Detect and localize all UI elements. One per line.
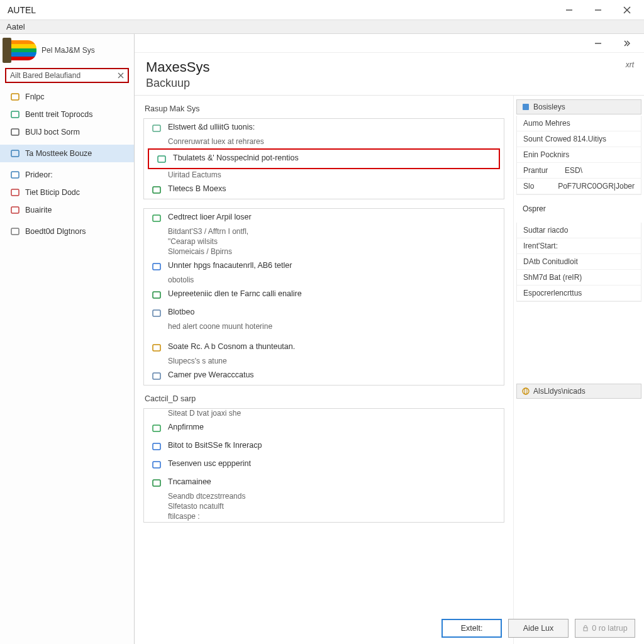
doc-green-icon <box>152 290 162 300</box>
sidebar-item-3[interactable]: Ta Mostteek Bouze <box>0 145 134 162</box>
sidebar-item-label: Fnlpc <box>25 92 45 101</box>
task-label: Bitot to BsitSSe fk Inreracp <box>168 441 262 450</box>
task-item: Siteat D tvat joaxi she <box>144 409 504 419</box>
task-item[interactable]: Cedtrect lioer Arpil loser <box>144 209 504 227</box>
kv-key: Prantur <box>523 166 565 175</box>
task-item: Slfetasto ncatulft <box>144 502 504 512</box>
right-panel-header-1: Bosisleys <box>516 99 641 114</box>
right-panel-item[interactable]: Enin Pocknirs <box>517 147 641 163</box>
right-panel-item[interactable]: SloPoF7URC0OGR|Jober <box>517 179 641 194</box>
task-label: Tesenven usc eppperint <box>168 459 251 468</box>
kv-value: ESD\ <box>565 166 582 175</box>
task-item[interactable]: Anpfirnme <box>144 419 504 437</box>
task-item: Bitdant'S3 / Afftrn I ontfl, <box>144 227 504 237</box>
center-column: Rasup Mak Sys Elstwert &d ulliitG tuonis… <box>135 96 513 644</box>
right-panel-item[interactable]: PranturESD\ <box>517 163 641 179</box>
svg-rect-27 <box>153 480 160 486</box>
square-icon <box>152 185 162 195</box>
right-panel-item[interactable]: DAtb Conitudloit <box>517 254 641 270</box>
shield-icon <box>152 262 162 272</box>
right-panel-item[interactable]: Sount Crowed 814.Uitiys <box>517 131 641 147</box>
kv-value: PoF7URC0OGR|Jober <box>558 182 635 191</box>
task-item[interactable]: Tletecs B Moexs <box>144 180 504 199</box>
folder-icon <box>152 371 162 381</box>
task-label: Unnter hpgs fnacautenrll, AB6 tetler <box>168 261 292 270</box>
right-panel-item[interactable]: Sudtar riacdo <box>517 223 641 238</box>
logo-icon <box>6 40 36 60</box>
clear-search-button[interactable] <box>114 69 128 82</box>
right-panel-title-1: Bosisleys <box>533 103 565 111</box>
right-panel-item[interactable]: Espocrerlencrttus <box>517 286 641 301</box>
task-item[interactable]: Uepreeteniic dlen te Farnc calli enalire <box>144 286 504 304</box>
svg-rect-18 <box>153 215 160 221</box>
task-item: Slomeicais / Bpirns <box>144 247 504 257</box>
svg-rect-23 <box>153 373 160 379</box>
svg-rect-7 <box>11 111 19 118</box>
svg-rect-25 <box>153 443 160 450</box>
task-item[interactable]: Unnter hpgs fnacautenrll, AB6 tetler <box>144 257 504 275</box>
right-panel-item[interactable]: Irent'Start: <box>517 238 641 254</box>
sidebar-nav: FnlpcBentt treit ToprocdsBUlJ boct SormT… <box>0 88 134 240</box>
minimize-button-2[interactable] <box>584 0 613 20</box>
panel-icon <box>522 103 530 111</box>
task-item[interactable]: Blotbeo <box>144 304 504 322</box>
brand-label: Pel MaJ&M Sys <box>42 46 95 55</box>
right-panel-item[interactable]: Aumo Mehres <box>517 116 641 131</box>
svg-point-30 <box>525 388 527 394</box>
task-label: hed alert coone muunt hoterine <box>168 322 272 331</box>
sidebar-item-7[interactable]: Boedt0d Dlgtnors <box>0 223 134 240</box>
sidebar-item-2[interactable]: BUlJ boct Sorm <box>0 123 134 141</box>
table-icon <box>157 154 167 164</box>
page-icon <box>10 127 20 137</box>
inner-next-button[interactable] <box>613 33 641 53</box>
list-icon <box>10 226 20 236</box>
task-item: Uiritad Eactums <box>144 170 504 180</box>
task-group-2: Cedtrect lioer Arpil loserBitdant'S3 / A… <box>143 208 504 386</box>
sidebar: Pel MaJ&M Sys FnlpcBentt treit ToprocdsB… <box>0 34 135 644</box>
inner-minimize-button[interactable] <box>584 33 613 53</box>
task-label: Cedtrect lioer Arpil loser <box>168 213 252 221</box>
svg-rect-17 <box>153 187 160 193</box>
power-icon <box>10 92 20 102</box>
sidebar-item-5[interactable]: Tiet Bticip Dodc <box>0 184 134 201</box>
kv-key: Slo <box>523 182 558 191</box>
grid-icon <box>10 205 20 215</box>
task-item[interactable]: Elstwert &d ulliitG tuonis: <box>144 119 504 137</box>
right-panel-subhead: Osprer <box>516 201 641 216</box>
cloud-icon <box>152 123 162 133</box>
task-item[interactable]: Bitot to BsitSSe fk Inreracp <box>144 437 504 455</box>
svg-rect-11 <box>11 189 19 196</box>
task-item[interactable]: Soate Rc. A b Cosnom a thunteutan. <box>144 338 504 357</box>
sidebar-item-1[interactable]: Bentt treit Toprocds <box>0 106 134 123</box>
task-item[interactable]: Tesenven usc eppperint <box>144 455 504 474</box>
search-input[interactable] <box>6 71 114 80</box>
sidebar-brand: Pel MaJ&M Sys <box>0 34 134 64</box>
task-label: Conreruwrat luex at rehrares <box>168 137 264 146</box>
sidebar-item-4[interactable]: Prideor: <box>0 166 134 184</box>
task-item[interactable]: Camer pve Weracccatus <box>144 367 504 385</box>
close-button[interactable] <box>613 0 641 20</box>
task-label: Tletecs B Moexs <box>168 184 226 193</box>
primary-action-button[interactable]: Extelt: <box>441 619 502 638</box>
task-label: Soate Rc. A b Cosnom a thunteutan. <box>168 342 295 351</box>
pic-icon <box>152 423 162 433</box>
sidebar-item-label: Tiet Bticip Dodc <box>25 188 80 197</box>
sidebar-item-label: Prideor: <box>25 170 53 179</box>
task-item[interactable]: Tbulatets &' Nosspeclnid pot-rentios <box>148 148 500 169</box>
secondary-action-button[interactable]: Aide Lux <box>508 619 569 638</box>
sidebar-item-6[interactable]: Buairite <box>0 201 134 219</box>
right-panel-item[interactable]: ShM7d Bat (reIR) <box>517 270 641 286</box>
minimize-button[interactable] <box>555 0 584 20</box>
tertiary-action-button[interactable]: 0 ro latrup <box>575 619 635 638</box>
right-panel-section-2: Osprer <box>516 201 641 216</box>
svg-rect-26 <box>153 462 160 468</box>
menu-item[interactable]: Aatel <box>6 22 25 31</box>
task-item[interactable]: Tncamainee <box>144 474 504 492</box>
task-label: Siteat D tvat joaxi she <box>168 409 241 418</box>
svg-rect-31 <box>584 628 587 631</box>
chat-icon <box>152 213 162 223</box>
outer-window-controls <box>555 0 641 20</box>
right-panel: Bosisleys Aumo MehresSount Crowed 814.Ui… <box>513 96 644 644</box>
task-label: Camer pve Weracccatus <box>168 370 254 379</box>
sidebar-item-0[interactable]: Fnlpc <box>0 88 134 106</box>
